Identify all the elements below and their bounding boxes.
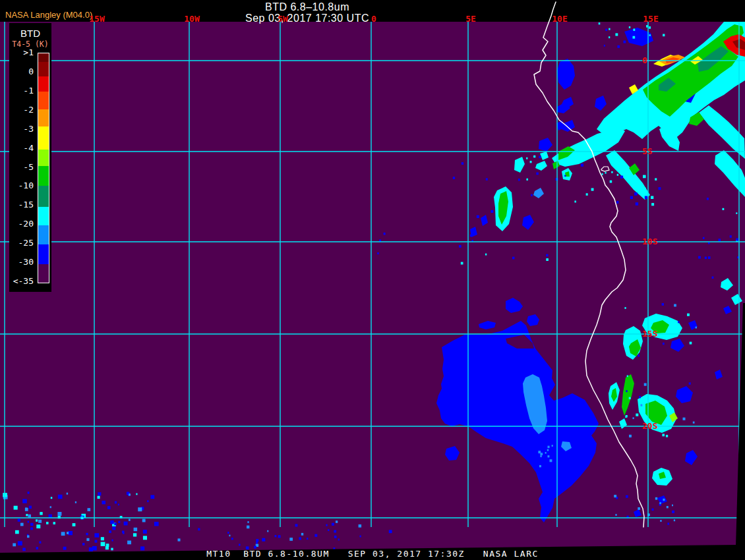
colorbar-segment-9 xyxy=(38,207,49,225)
colorbar-tick--1: -1 xyxy=(23,86,34,96)
colorbar-segment-7 xyxy=(38,166,49,186)
colorbar-tick--30: -30 xyxy=(18,257,34,267)
colorbar-segment-0 xyxy=(38,53,49,62)
colorbar-tick--5: -5 xyxy=(23,162,34,172)
legend-title: BTD xyxy=(9,28,51,39)
colorbar-legend: BTD T4-5 (K) >10-1-2-3-4-5-10-15-20-25-3… xyxy=(9,23,51,292)
colorbar-tick--25: -25 xyxy=(18,238,34,248)
colorbar-segment-3 xyxy=(38,92,49,109)
colorbar-segment-2 xyxy=(38,76,49,92)
colorbar-tick->1: >1 xyxy=(23,47,34,57)
colorbar-segment-4 xyxy=(38,109,49,126)
colorbar-tick--20: -20 xyxy=(18,219,34,229)
map-canvas xyxy=(0,0,745,560)
colorbar-segment-5 xyxy=(38,126,49,150)
colorbar-tick--3: -3 xyxy=(23,124,34,134)
colorbar-tick--4: -4 xyxy=(23,143,34,153)
colorbar-segment-10 xyxy=(38,225,49,244)
colorbar-segment-12 xyxy=(38,264,49,283)
colorbar-tick--10: -10 xyxy=(18,181,34,190)
colorbar-segment-1 xyxy=(38,62,49,76)
colorbar-segment-6 xyxy=(38,150,49,166)
colorbar-tick-<-35: <-35 xyxy=(13,276,34,286)
colorbar-tick--15: -15 xyxy=(18,200,34,210)
colorbar-segment-8 xyxy=(38,186,49,207)
colorbar-tick--2: -2 xyxy=(23,105,34,115)
colorbar-tick-0: 0 xyxy=(28,67,34,76)
colorbar xyxy=(38,53,49,283)
top-banner-band xyxy=(0,0,745,22)
colorbar-segment-11 xyxy=(38,244,49,264)
satellite-btd-product: BTD 6.8–10.8um Sep 03, 2017 17:30 UTC NA… xyxy=(0,0,745,560)
